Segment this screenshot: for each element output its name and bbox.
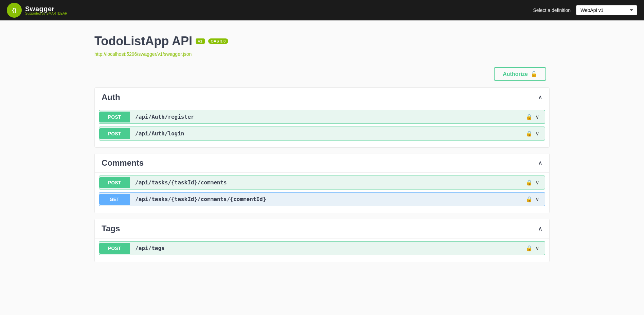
api-title: TodoListApp API bbox=[94, 34, 192, 48]
section-comments-header[interactable]: Comments ∧ bbox=[95, 153, 549, 173]
endpoint-lock-login-icon: 🔒 bbox=[526, 130, 533, 137]
endpoint-post-tags[interactable]: POST /api/tags 🔒 ∨ bbox=[99, 241, 545, 255]
definition-label: Select a definition bbox=[533, 7, 571, 13]
brand: {} Swagger Supported by SMARTBEAR bbox=[7, 3, 67, 18]
section-tags: Tags ∧ POST /api/tags 🔒 ∨ bbox=[94, 219, 550, 262]
section-tags-title: Tags bbox=[102, 224, 120, 233]
method-badge-get-task-comment: GET bbox=[99, 194, 130, 205]
endpoint-right-tags: 🔒 ∨ bbox=[526, 245, 545, 251]
authorize-label: Authorize bbox=[503, 71, 528, 77]
endpoint-path-login: /api/Auth/login bbox=[130, 127, 526, 140]
authorize-section: Authorize 🔓 bbox=[94, 67, 550, 81]
endpoint-right-login: 🔒 ∨ bbox=[526, 130, 545, 137]
endpoint-post-auth-login[interactable]: POST /api/Auth/login 🔒 ∨ bbox=[99, 127, 545, 140]
section-auth-chevron-icon: ∧ bbox=[538, 94, 542, 101]
section-comments-chevron-icon: ∧ bbox=[538, 159, 542, 167]
endpoint-right-task-comment: 🔒 ∨ bbox=[526, 196, 545, 202]
endpoint-chevron-task-comment-icon: ∨ bbox=[535, 196, 539, 202]
main-content: TodoListApp API v1 OAS 3.0 http://localh… bbox=[84, 20, 560, 281]
endpoint-path-task-comment: /api/tasks/{taskId}/comments/{commentId} bbox=[130, 193, 526, 206]
section-comments-body: POST /api/tasks/{taskId}/comments 🔒 ∨ GE… bbox=[95, 176, 549, 213]
api-title-area: TodoListApp API v1 OAS 3.0 http://localh… bbox=[94, 34, 550, 57]
endpoint-right-task-comments: 🔒 ∨ bbox=[526, 179, 545, 186]
section-comments: Comments ∧ POST /api/tasks/{taskId}/comm… bbox=[94, 153, 550, 213]
endpoint-lock-tags-icon: 🔒 bbox=[526, 245, 533, 251]
section-comments-title: Comments bbox=[102, 158, 144, 168]
svg-text:{}: {} bbox=[12, 7, 16, 13]
oas-badge: OAS 3.0 bbox=[208, 38, 228, 44]
section-auth-body: POST /api/Auth/register 🔒 ∨ POST /api/Au… bbox=[95, 110, 549, 147]
endpoint-chevron-register-icon: ∨ bbox=[535, 114, 539, 120]
version-badge: v1 bbox=[196, 38, 205, 44]
endpoint-get-task-comment[interactable]: GET /api/tasks/{taskId}/comments/{commen… bbox=[99, 192, 545, 206]
swagger-logo-icon: {} bbox=[7, 3, 22, 18]
section-tags-body: POST /api/tags 🔒 ∨ bbox=[95, 241, 549, 262]
endpoint-lock-task-comment-icon: 🔒 bbox=[526, 196, 533, 202]
method-badge-post-task-comments: POST bbox=[99, 177, 130, 188]
definition-select-wrapper[interactable]: WebApi v1 bbox=[576, 5, 637, 15]
api-url[interactable]: http://localhost:5296/swagger/v1/swagger… bbox=[94, 51, 192, 57]
method-badge-post-login: POST bbox=[99, 128, 130, 139]
endpoint-path-tags: /api/tags bbox=[130, 242, 526, 255]
section-auth-title: Auth bbox=[102, 93, 120, 102]
endpoint-lock-register-icon: 🔒 bbox=[526, 114, 533, 120]
endpoint-lock-task-comments-icon: 🔒 bbox=[526, 179, 533, 186]
endpoint-post-task-comments[interactable]: POST /api/tasks/{taskId}/comments 🔒 ∨ bbox=[99, 176, 545, 189]
method-badge-post-tags: POST bbox=[99, 243, 130, 254]
section-auth-header[interactable]: Auth ∧ bbox=[95, 88, 549, 107]
authorize-button[interactable]: Authorize 🔓 bbox=[494, 67, 546, 81]
brand-subtitle: Supported by SMARTBEAR bbox=[25, 12, 67, 15]
authorize-lock-icon: 🔓 bbox=[531, 71, 537, 77]
definition-select[interactable]: WebApi v1 bbox=[576, 5, 637, 15]
endpoint-chevron-tags-icon: ∨ bbox=[535, 245, 539, 251]
section-tags-header[interactable]: Tags ∧ bbox=[95, 219, 549, 238]
endpoint-chevron-login-icon: ∨ bbox=[535, 130, 539, 137]
method-badge-post-register: POST bbox=[99, 112, 130, 122]
brand-text: Swagger Supported by SMARTBEAR bbox=[25, 5, 67, 15]
section-tags-chevron-icon: ∧ bbox=[538, 225, 542, 232]
api-title-row: TodoListApp API v1 OAS 3.0 bbox=[94, 34, 550, 48]
navbar: {} Swagger Supported by SMARTBEAR Select… bbox=[0, 0, 644, 20]
endpoint-path-task-comments: /api/tasks/{taskId}/comments bbox=[130, 176, 526, 189]
endpoint-chevron-task-comments-icon: ∨ bbox=[535, 179, 539, 186]
navbar-right: Select a definition WebApi v1 bbox=[533, 5, 637, 15]
endpoint-post-auth-register[interactable]: POST /api/Auth/register 🔒 ∨ bbox=[99, 110, 545, 124]
section-auth: Auth ∧ POST /api/Auth/register 🔒 ∨ POST … bbox=[94, 87, 550, 148]
endpoint-right-register: 🔒 ∨ bbox=[526, 114, 545, 120]
endpoint-path-register: /api/Auth/register bbox=[130, 110, 526, 123]
